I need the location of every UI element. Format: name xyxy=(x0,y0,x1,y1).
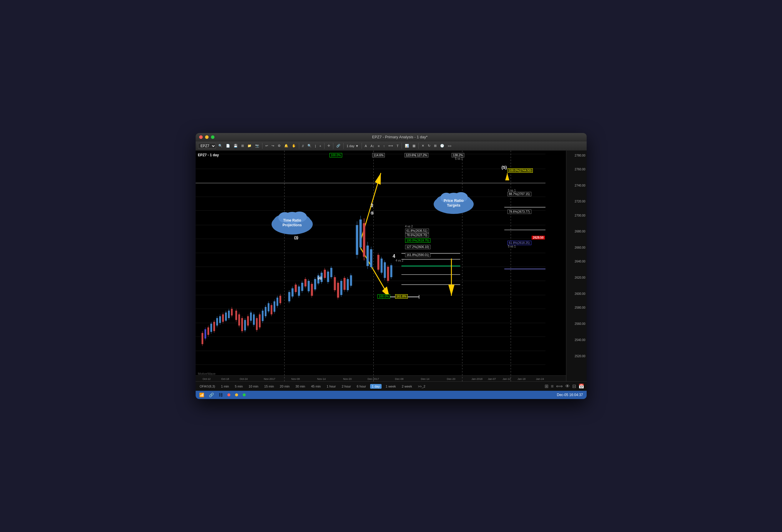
minimize-button[interactable] xyxy=(205,135,209,139)
tag-61-4vs2: 61.8%(2636.51) xyxy=(405,228,429,233)
toolbar-lines[interactable]: ≡ xyxy=(377,144,381,148)
toolbar-icon-search[interactable]: 🔍 xyxy=(217,143,223,148)
toolbar-crosshair[interactable]: ✛ xyxy=(326,143,331,148)
toolbar-icon-folder[interactable]: 📁 xyxy=(246,143,253,148)
toolbar-plus[interactable]: + xyxy=(318,144,322,148)
tf-5min[interactable]: 5 min xyxy=(233,384,245,389)
svg-rect-142 xyxy=(377,255,379,270)
svg-rect-86 xyxy=(273,301,275,312)
toolbar-icon-new[interactable]: 📄 xyxy=(225,143,231,148)
chart-controls[interactable]: ⊞ xyxy=(544,383,548,389)
tf-45min[interactable]: 45 min xyxy=(309,384,322,389)
svg-point-164 xyxy=(440,193,452,203)
tag-78-4vs2: 78.6%(2628.70) xyxy=(405,233,429,238)
svg-rect-102 xyxy=(304,279,306,286)
price-2740: 2740.00 xyxy=(575,184,585,187)
separator-2 xyxy=(299,143,299,149)
svg-rect-96 xyxy=(294,285,296,292)
tf-2week[interactable]: 2 week xyxy=(400,384,414,389)
price-2560: 2560.00 xyxy=(575,322,585,325)
toolbar-table[interactable]: ⊞ xyxy=(433,143,438,148)
toolbar-undo[interactable]: ↩ xyxy=(264,143,269,148)
toolbar-more[interactable]: >> xyxy=(447,144,453,148)
timeframe-display[interactable]: 1 day ▼ xyxy=(345,144,360,148)
tf-ofa[interactable]: OFA©(8,3) xyxy=(198,384,217,389)
calendar-icon[interactable]: 📅 xyxy=(578,383,584,389)
tf-1day[interactable]: 1 day xyxy=(370,384,382,389)
toolbar: EPZ7 🔍 📄 💾 ⊞ 📁 📷 ↩ ↪ ⚙ 🔔 ✋ // 🔍 | + ✛ 🔗 … xyxy=(196,141,586,151)
svg-rect-66 xyxy=(244,320,246,330)
toolbar-font-size[interactable]: A↕ xyxy=(369,144,376,148)
separator-1 xyxy=(262,143,262,149)
symbol-selector[interactable]: EPZ7 xyxy=(198,143,216,149)
tf-1hour[interactable]: 1 hour xyxy=(325,384,337,389)
close-button[interactable] xyxy=(199,135,203,139)
svg-rect-144 xyxy=(381,259,383,273)
toolbar-clock[interactable]: 🕐 xyxy=(439,143,446,148)
toolbar-refresh[interactable]: ↻ xyxy=(427,143,432,148)
tf-more[interactable]: >>_2 xyxy=(416,384,427,389)
toolbar-bars[interactable]: ▦ xyxy=(411,143,417,148)
price-ratio-cloud: Price Ratio Targets xyxy=(431,189,476,217)
toolbar-icon-camera[interactable]: 📷 xyxy=(254,143,260,148)
annotation-5vs1-right2: 5 vs 1 xyxy=(508,245,516,248)
zoom-fit[interactable]: ⟺ xyxy=(556,383,563,389)
svg-rect-122 xyxy=(337,283,339,298)
toolbar-link[interactable]: 🔗 xyxy=(335,143,342,148)
toolbar-close[interactable]: ✕ xyxy=(420,143,425,148)
tag-100-5vs1: 100.0%(2744.50) xyxy=(507,168,533,173)
tf-1min[interactable]: 1 min xyxy=(219,384,230,389)
chart-main[interactable]: EPZ7 - 1 day xyxy=(196,151,566,381)
maximize-button[interactable] xyxy=(211,135,214,139)
chart-symbol-label: EPZ7 - 1 day xyxy=(198,153,219,157)
status-datetime: Dec-05 16:04:37 xyxy=(557,393,583,397)
eye-icon[interactable]: 👁 xyxy=(565,384,570,389)
annotation-4vs2-right: 4 vs 2 xyxy=(405,225,413,228)
svg-rect-84 xyxy=(271,305,272,315)
toolbar-zoom[interactable]: 🔍 xyxy=(306,143,313,148)
svg-rect-88 xyxy=(276,297,278,306)
toolbar-alarm[interactable]: 🔔 xyxy=(283,143,289,148)
svg-rect-78 xyxy=(261,311,263,321)
toolbar-arrow[interactable]: ↑ xyxy=(382,144,386,148)
tf-15min[interactable]: 15 min xyxy=(262,384,276,389)
toolbar-icon-grid[interactable]: ⊞ xyxy=(240,143,245,148)
tf-2hour[interactable]: 2 hour xyxy=(340,384,352,389)
svg-rect-92 xyxy=(288,292,290,302)
toolbar-font[interactable]: A xyxy=(364,144,368,148)
svg-point-156 xyxy=(278,212,291,223)
svg-rect-44 xyxy=(210,324,212,332)
svg-rect-68 xyxy=(247,316,249,326)
tf-30min[interactable]: 30 min xyxy=(294,384,307,389)
x-label-nov14: Nov-14 xyxy=(317,378,326,381)
price-2520: 2520.00 xyxy=(575,354,585,357)
toolbar-text[interactable]: T xyxy=(395,144,400,148)
annotation-5vs1-right1: 5 vs 1 xyxy=(508,189,516,192)
tf-20min[interactable]: 20 min xyxy=(278,384,291,389)
wave-iv-label: ⑷ xyxy=(318,276,322,281)
svg-point-165 xyxy=(454,192,468,202)
tf-6hour[interactable]: 6 hour xyxy=(355,384,368,389)
toolbar-icon-save[interactable]: 💾 xyxy=(233,143,239,148)
toolbar-chart[interactable]: 📊 xyxy=(404,143,410,148)
price-2700: 2700.00 xyxy=(575,214,585,217)
toolbar-settings[interactable]: ⚙ xyxy=(277,143,282,148)
toolbar-measure[interactable]: ⟺ xyxy=(387,143,394,148)
tf-10min[interactable]: 10 min xyxy=(247,384,260,389)
svg-text:Targets: Targets xyxy=(447,203,460,207)
toolbar-redo[interactable]: ↪ xyxy=(271,143,275,148)
tf-1week[interactable]: 1 week xyxy=(384,384,398,389)
tag-161-bottom: 161.8% xyxy=(395,294,408,299)
toolbar-draw[interactable]: // xyxy=(301,144,305,148)
watermark: MotiveWave xyxy=(198,372,216,376)
toolbar-pan[interactable]: ✋ xyxy=(291,143,297,148)
toolbar-line[interactable]: | xyxy=(314,144,317,148)
svg-point-152 xyxy=(272,214,313,235)
sync-control[interactable]: ≡ xyxy=(551,384,554,389)
tag-127-4vs2: 127.2%(2606.10) xyxy=(405,245,431,249)
svg-rect-100 xyxy=(301,283,303,291)
svg-rect-140 xyxy=(370,249,372,267)
chart-area: EPZ7 - 1 day xyxy=(196,151,586,381)
wave-3-label: 3 xyxy=(371,203,374,208)
resize-icon[interactable]: ⊟ xyxy=(572,383,576,389)
